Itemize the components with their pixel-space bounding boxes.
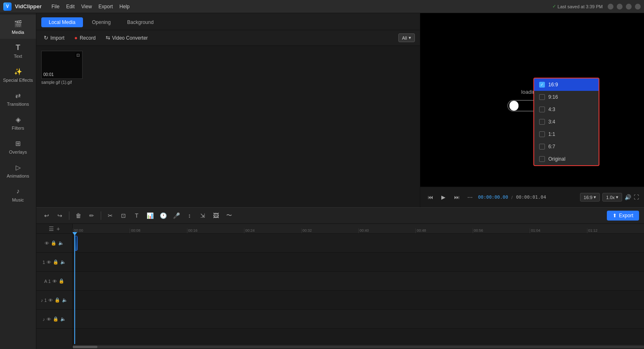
minimize-button[interactable]: —	[617, 4, 623, 9]
more-options-button[interactable]: ⋯	[465, 192, 475, 202]
export-button[interactable]: ⬆ Export	[607, 211, 639, 221]
home-button[interactable]: ⌂	[608, 4, 613, 9]
tab-background[interactable]: Background	[120, 17, 161, 27]
sidebar: 🎬 Media T Text ✨ Special Effects ⇄ Trans…	[0, 13, 36, 349]
delete-button[interactable]: 🗑	[73, 210, 84, 221]
export-icon: ⬆	[613, 213, 617, 218]
sidebar-item-text[interactable]: T Text	[0, 39, 36, 63]
menu-export[interactable]: Export	[99, 4, 113, 9]
wavy-button[interactable]: 〜	[224, 210, 234, 221]
track-vol-icon-5[interactable]: 🔈	[60, 316, 66, 322]
cut-button[interactable]: ✂	[105, 210, 116, 221]
sidebar-item-filters[interactable]: ◈ Filters	[0, 111, 36, 135]
sidebar-item-label-transitions: Transitions	[7, 102, 29, 107]
track-vol-icon[interactable]: 🔈	[58, 240, 64, 246]
tracks-content	[73, 234, 644, 344]
sidebar-item-music[interactable]: ♪ Music	[0, 183, 36, 207]
menu-file[interactable]: File	[52, 4, 59, 9]
track-eye-icon-2[interactable]: 👁	[47, 260, 51, 265]
sticker-button[interactable]: 🖼	[211, 210, 221, 221]
tab-local-media[interactable]: Local Media	[41, 17, 83, 27]
aspect-item-original[interactable]: Original	[534, 153, 599, 165]
media-item[interactable]: ⊡ 00:01 sample gif (1).gif	[41, 51, 83, 85]
aspect-item-6-7[interactable]: 6:7	[534, 140, 599, 153]
mic-button[interactable]: 🎤	[171, 210, 182, 221]
prev-frame-button[interactable]: ⏮	[425, 192, 435, 202]
playhead	[74, 234, 75, 344]
track-eye-icon-3[interactable]: 👁	[52, 279, 57, 284]
chart-button[interactable]: 📊	[144, 210, 155, 221]
menu-view[interactable]: View	[81, 4, 92, 9]
volume-button[interactable]: 🔊	[625, 194, 631, 200]
preview-panel: loading... ⏮ ▶ ⏭ ⋯ 00:00:00.00 / 00:00:0…	[420, 13, 644, 207]
crop-button[interactable]: ⊡	[118, 210, 129, 221]
track-lock-icon-3[interactable]: 🔒	[59, 278, 64, 284]
sidebar-item-label-overlays: Overlays	[9, 150, 27, 154]
timeline-area: ↩ ↪ 🗑 ✏ ✂ ⊡ T 📊 🕐 🎤 ↕ ⇲ 🖼 〜 ⬆ Export	[36, 207, 644, 349]
track-lock-icon-5[interactable]: 🔒	[53, 316, 59, 322]
play-button[interactable]: ▶	[438, 192, 448, 202]
sidebar-item-media[interactable]: 🎬 Media	[0, 15, 36, 39]
menu-help[interactable]: Help	[119, 4, 130, 9]
check-1-1	[539, 131, 545, 137]
record-button[interactable]: ● Record	[72, 33, 98, 42]
timeline-scrollbar[interactable]	[73, 344, 644, 349]
filter-label: All	[402, 36, 407, 40]
sidebar-item-transitions[interactable]: ⇄ Transitions	[0, 87, 36, 111]
edit-button[interactable]: ✏	[86, 210, 97, 221]
ruler-mark-4: 00:32	[301, 228, 358, 233]
media-panel: Local Media Opening Background ↻ Import …	[36, 13, 420, 207]
track-vol-icon-2[interactable]: 🔈	[60, 259, 66, 265]
preview-controls: ⏮ ▶ ⏭ ⋯ 00:00:00.00 / 00:00:01.04 16:9 ▾	[420, 187, 644, 207]
aspect-label-original: Original	[548, 156, 565, 162]
fullscreen-button[interactable]: ⛶	[634, 194, 639, 200]
track-row-video1	[73, 234, 644, 253]
track-settings-icon[interactable]: ☰	[49, 226, 54, 232]
speed-button[interactable]: 1.0x ▾	[602, 193, 622, 202]
next-frame-button[interactable]: ⏭	[452, 192, 462, 202]
track-lock-icon-2[interactable]: 🔒	[53, 259, 59, 265]
aspect-item-9-16[interactable]: 9:16	[534, 91, 599, 103]
save-status-text: Last saved at 3:39 PM	[558, 4, 603, 9]
clock-button[interactable]: 🕐	[158, 210, 168, 221]
close-button[interactable]: ✕	[635, 4, 641, 9]
track-text-label: A 1	[44, 279, 51, 284]
track-eye-icon-5[interactable]: 👁	[47, 317, 51, 322]
aspect-item-16-9[interactable]: ✓ 16:9	[534, 78, 599, 91]
track-eye-icon[interactable]: 👁	[45, 241, 49, 246]
import-button[interactable]: ↻ Import	[41, 33, 67, 42]
time-separator: /	[511, 195, 513, 200]
main-container: 🎬 Media T Text ✨ Special Effects ⇄ Trans…	[0, 13, 644, 349]
motion-button[interactable]: ⇲	[197, 210, 208, 221]
app-logo: V	[3, 2, 12, 11]
scrollbar-thumb[interactable]	[73, 346, 97, 348]
record-icon: ●	[74, 35, 78, 41]
filter-dropdown[interactable]: All ▾	[398, 33, 415, 42]
track-lock-icon[interactable]: 🔒	[51, 240, 57, 246]
sidebar-item-animations[interactable]: ▷ Animations	[0, 159, 36, 183]
menu-edit[interactable]: Edit	[66, 4, 75, 9]
track-row-audio2	[73, 310, 644, 329]
video-converter-label: Video Converter	[112, 35, 148, 41]
transition-button[interactable]: ↕	[184, 210, 195, 221]
add-track-icon[interactable]: +	[57, 226, 60, 232]
toolbar-separator-1	[69, 211, 69, 220]
track-vol-icon-4[interactable]: 🔈	[62, 297, 68, 303]
track-eye-icon-4[interactable]: 👁	[48, 298, 53, 303]
sidebar-item-overlays[interactable]: ⊞ Overlays	[0, 135, 36, 159]
aspect-item-4-3[interactable]: 4:3	[534, 103, 599, 116]
sidebar-item-label-animations: Animations	[7, 173, 29, 178]
sidebar-item-special-effects[interactable]: ✨ Special Effects	[0, 63, 36, 87]
undo-button[interactable]: ↩	[41, 210, 52, 221]
add-text-button[interactable]: T	[131, 210, 142, 221]
aspect-ratio-button[interactable]: 16:9 ▾ ✓ 16:9 9:16	[580, 193, 600, 202]
redo-button[interactable]: ↪	[54, 210, 65, 221]
aspect-item-1-1[interactable]: 1:1	[534, 128, 599, 140]
video-converter-button[interactable]: ⇆ Video Converter	[103, 33, 151, 42]
checkmark-icon: ✓	[552, 4, 556, 9]
maximize-button[interactable]: □	[626, 4, 632, 9]
aspect-item-3-4[interactable]: 3:4	[534, 116, 599, 128]
track-lock-icon-4[interactable]: 🔒	[54, 297, 60, 303]
ruler-mark-1: 00:08	[130, 228, 187, 233]
tab-opening[interactable]: Opening	[85, 17, 118, 27]
